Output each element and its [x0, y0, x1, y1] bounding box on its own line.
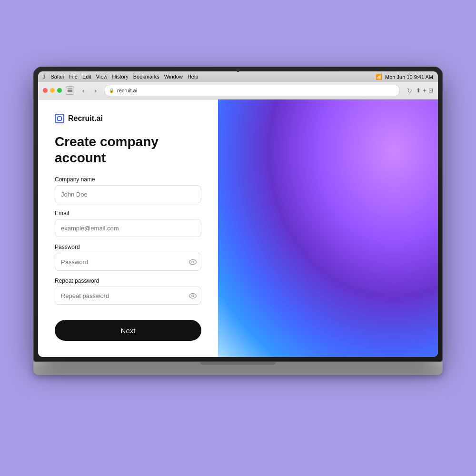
close-button[interactable] [43, 88, 48, 93]
svg-rect-2 [68, 91, 72, 92]
svg-point-5 [192, 295, 194, 297]
repeat-password-input-wrapper [55, 287, 201, 305]
datetime: Mon Jun 10 9:41 AM [385, 74, 433, 79]
menu-bookmarks[interactable]: Bookmarks [133, 74, 159, 79]
macos-menubar:  Safari File Edit View History Bookmark… [38, 71, 438, 82]
menubar-right: 📶 Mon Jun 10 9:41 AM [376, 74, 433, 80]
company-name-field: Company name [55, 176, 201, 203]
password-field: Password [55, 244, 201, 271]
email-field: Email [55, 210, 201, 237]
minimize-button[interactable] [50, 88, 55, 93]
email-label: Email [55, 210, 201, 217]
new-tab-icon[interactable]: + [423, 87, 426, 94]
email-input[interactable] [55, 219, 201, 237]
traffic-lights [43, 88, 62, 93]
share-icon[interactable]: ⬆ [416, 87, 421, 94]
next-button[interactable]: Next [55, 320, 201, 341]
lock-icon: 🔒 [109, 88, 114, 93]
browser-actions: ⬆ + ⊡ [416, 87, 433, 94]
form-panel: Recruit.ai Create company account Compan… [38, 99, 218, 357]
menu-file[interactable]: File [69, 74, 78, 79]
menu-view[interactable]: View [96, 74, 108, 79]
company-name-input-wrapper [55, 185, 201, 203]
menu-safari[interactable]: Safari [50, 74, 64, 79]
password-input-wrapper [55, 253, 201, 271]
back-button[interactable]: ‹ [78, 86, 89, 95]
sidebar-toggle[interactable] [66, 86, 74, 95]
repeat-password-label: Repeat password [55, 278, 201, 284]
svg-rect-0 [68, 89, 72, 89]
menubar-left:  Safari File Edit View History Bookmark… [43, 73, 198, 80]
maximize-button[interactable] [57, 88, 62, 93]
wifi-icon: 📶 [376, 74, 382, 80]
password-label: Password [55, 244, 201, 250]
repeat-password-eye-icon[interactable] [189, 292, 197, 300]
svg-rect-3 [58, 117, 61, 120]
form-heading: Create company account [55, 134, 201, 166]
menu-help[interactable]: Help [188, 74, 198, 79]
screen-bezel:  Safari File Edit View History Bookmark… [33, 67, 443, 362]
forward-button[interactable]: › [90, 86, 101, 95]
menu-history[interactable]: History [112, 74, 129, 79]
email-input-wrapper [55, 219, 201, 237]
browser-chrome: ‹ › 🔒 recruit.ai ↻ ⬆ + ⊡ [38, 82, 438, 99]
menu-window[interactable]: Window [164, 74, 183, 79]
svg-point-4 [192, 261, 194, 263]
reload-button[interactable]: ↻ [407, 87, 412, 94]
apple-menu[interactable]:  [43, 73, 45, 80]
password-eye-icon[interactable] [189, 258, 197, 266]
browser-content: Recruit.ai Create company account Compan… [38, 99, 438, 357]
logo-container: Recruit.ai [55, 114, 201, 123]
repeat-password-field: Repeat password [55, 278, 201, 305]
logo-text: Recruit.ai [68, 114, 103, 123]
url-text: recruit.ai [117, 88, 137, 93]
password-input[interactable] [55, 253, 201, 271]
logo-icon [55, 114, 64, 123]
screen:  Safari File Edit View History Bookmark… [38, 71, 438, 357]
repeat-password-input[interactable] [55, 287, 201, 305]
camera [236, 68, 240, 72]
laptop-base [33, 362, 443, 375]
menu-edit[interactable]: Edit [82, 74, 91, 79]
laptop-hinge [200, 362, 276, 365]
menubar-items: Safari File Edit View History Bookmarks … [50, 74, 198, 79]
gradient-panel [218, 99, 438, 357]
browser-nav: ‹ › [66, 86, 101, 95]
company-name-label: Company name [55, 176, 201, 183]
laptop:  Safari File Edit View History Bookmark… [33, 67, 443, 409]
svg-rect-1 [68, 90, 72, 91]
company-name-input[interactable] [55, 185, 201, 203]
address-bar[interactable]: 🔒 recruit.ai [105, 85, 399, 96]
sidebar-icon[interactable]: ⊡ [428, 87, 433, 94]
